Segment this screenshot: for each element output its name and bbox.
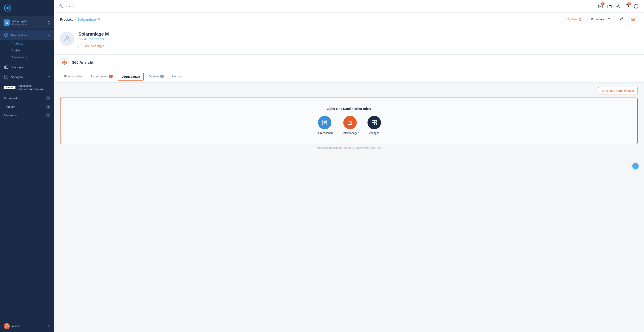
export-button[interactable]: Exportieren — [588, 16, 614, 23]
mail-button[interactable]: 1 — [598, 4, 603, 9]
product-name: Solaranlage M — [78, 31, 638, 37]
bell-badge: 22 — [628, 2, 632, 5]
tab-eigenschaften[interactable]: Eigenschaften — [60, 72, 86, 82]
breadcrumb-separator: › — [74, 17, 76, 21]
svg-point-13 — [622, 20, 623, 21]
content-area: Produkt › Solaranlage M Löschen Exportie… — [54, 12, 644, 332]
breadcrumb-bar: Produkt › Solaranlage M Löschen Exportie… — [54, 12, 644, 26]
sidebar-item-produkte[interactable]: Produkte — [0, 40, 54, 47]
sidebar-item-classic[interactable]: CLASSIC Klassische Plattformfunktionen — [0, 82, 54, 93]
main-area: 🔍 1 22 Pro — [54, 0, 644, 332]
topbar: 🔍 1 22 — [54, 0, 644, 12]
vorlage-herunterladen-button[interactable]: ⊕ Vorlage herunterladen — [598, 87, 638, 94]
sidebar-item-frontends[interactable]: Frontends ℹ — [0, 111, 54, 120]
dateien-count: 1 — [160, 75, 164, 78]
mail-badge: 1 — [601, 2, 604, 5]
breadcrumb-root: Produkt — [60, 17, 73, 21]
sidebar-item-preise[interactable]: Preise — [0, 47, 54, 54]
vorlagen-icon-label: Vorlagen — [369, 132, 379, 135]
workspace-item[interactable]: ⊞ Arbeitsplatz Konfiguration ▲▼ — [0, 16, 54, 29]
vorlagen-icon-circle — [368, 116, 381, 129]
share-button[interactable] — [617, 16, 626, 23]
svg-rect-14 — [632, 18, 633, 19]
svg-rect-2 — [4, 66, 8, 68]
producthub-label: Produkt-Hub — [11, 33, 28, 37]
classic-label: Klassische Plattformfunktionen — [18, 84, 50, 91]
tab-beziehungen[interactable]: Beziehungen 2 — [86, 72, 117, 82]
workspace-label: Arbeitsplatz — [12, 20, 29, 23]
sidebar-footer[interactable]: epilot ▼ — [0, 320, 54, 332]
svg-rect-26 — [374, 120, 376, 122]
workspace-icon: ⊞ — [4, 19, 10, 26]
epilot-logo — [4, 323, 10, 329]
workspace-sub: Konfiguration — [12, 23, 29, 26]
vorlagen-label: Vorlagen — [11, 75, 23, 79]
sidebar-logo[interactable] — [4, 4, 12, 12]
sidebar-item-organisation[interactable]: Organisation ℹ — [0, 94, 54, 102]
upload-durchsuchen[interactable]: Durchsuchen — [317, 116, 333, 135]
upload-area[interactable]: Ziehe eine Datei hierher oder: Durchsuch… — [60, 98, 638, 144]
footer-chevron: ▼ — [48, 325, 50, 328]
svg-point-19 — [64, 62, 65, 63]
sidebar-item-produkte-bottom[interactable]: Produkte ℹ — [0, 102, 54, 111]
product-info: Solaranlage M Erstellt: 07.03.2022 + Lab… — [78, 31, 638, 49]
sidebar-item-steuersaetze[interactable]: Steuersätze — [0, 54, 54, 61]
nav-item-producthub[interactable]: Produkt-Hub ▲ — [0, 30, 54, 40]
journeys-icon — [4, 64, 9, 70]
icon-360 — [60, 58, 69, 67]
settings-button[interactable] — [616, 4, 621, 9]
info-button[interactable] — [634, 4, 638, 9]
collapse-button[interactable]: ‹ — [632, 163, 638, 169]
add-label-button[interactable]: + Label hinzufügen — [78, 43, 107, 49]
svg-rect-8 — [598, 5, 602, 8]
producthub-section: Produkt-Hub ▲ Produkte Preise Steuersätz… — [0, 29, 54, 62]
grid-button[interactable] — [628, 16, 638, 23]
main-content: ⊕ Vorlage herunterladen Ziehe eine Datei… — [54, 83, 644, 154]
upload-footer: Maximale Dateigröße: 500 MB | Datentypen… — [60, 144, 638, 150]
tab-verfuegbarkeit[interactable]: Verfügbarkeit — [118, 73, 144, 81]
classic-badge: CLASSIC — [4, 86, 16, 89]
svg-point-11 — [622, 18, 623, 18]
tab-dateien[interactable]: Dateien 1 — [144, 72, 168, 82]
bell-button[interactable]: 22 — [625, 4, 630, 9]
sidebar-bottom-section: Organisation ℹ Produkte ℹ Frontends ℹ — [0, 94, 54, 120]
folder-button[interactable] — [607, 4, 612, 9]
upload-dateimanager[interactable]: Dateimanager — [342, 116, 358, 135]
svg-rect-17 — [633, 19, 634, 20]
upload-vorlagen[interactable]: Vorlagen — [368, 116, 381, 135]
nav-item-vorlagen[interactable]: Vorlagen ▼ — [0, 72, 54, 82]
svg-rect-3 — [5, 66, 6, 68]
svg-rect-27 — [372, 123, 374, 125]
journeys-label: Journeys — [11, 66, 23, 69]
sidebar: ⊞ Arbeitsplatz Konfiguration ▲▼ Produkt-… — [0, 0, 54, 332]
beziehungen-count: 2 — [109, 75, 113, 78]
producthub-expand: ▲ — [48, 34, 50, 36]
upload-icons-row: Durchsuchen Dateimanager Vorlagen — [317, 116, 381, 135]
search-input[interactable] — [66, 4, 110, 8]
upload-hint: Ziehe eine Datei hierher oder: — [327, 107, 371, 111]
sidebar-header — [0, 0, 54, 16]
durchsuchen-label: Durchsuchen — [317, 132, 333, 135]
product-header: Solaranlage M Erstellt: 07.03.2022 + Lab… — [54, 26, 644, 55]
delete-button[interactable]: Löschen — [562, 16, 585, 23]
dateimanager-label: Dateimanager — [342, 132, 358, 135]
svg-rect-4 — [5, 75, 8, 79]
product-date: Erstellt: 07.03.2022 — [78, 38, 638, 41]
breadcrumb-current: Solaranlage M — [78, 17, 100, 21]
section-360: 360 Ansicht — [54, 55, 644, 71]
frontends-info-icon: ℹ — [46, 113, 50, 117]
dateimanager-icon-circle — [343, 116, 357, 129]
workspace-chevron: ▲▼ — [48, 19, 50, 26]
nav-item-journeys[interactable]: Journeys — [0, 62, 54, 72]
tabs-bar: Eigenschaften Beziehungen 2 Verfügbarkei… — [54, 71, 644, 83]
svg-rect-28 — [374, 123, 376, 125]
svg-rect-25 — [372, 120, 374, 122]
product-avatar — [60, 31, 74, 46]
breadcrumb-actions: Löschen Exportieren — [562, 16, 638, 23]
tab-notizen[interactable]: Notizen — [168, 72, 186, 82]
vorlagen-expand: ▼ — [48, 76, 50, 78]
cube-icon — [4, 32, 9, 38]
produkte-info-icon: ℹ — [46, 105, 50, 109]
vorlagen-icon — [4, 74, 9, 80]
footer-label: epilot — [12, 325, 19, 328]
